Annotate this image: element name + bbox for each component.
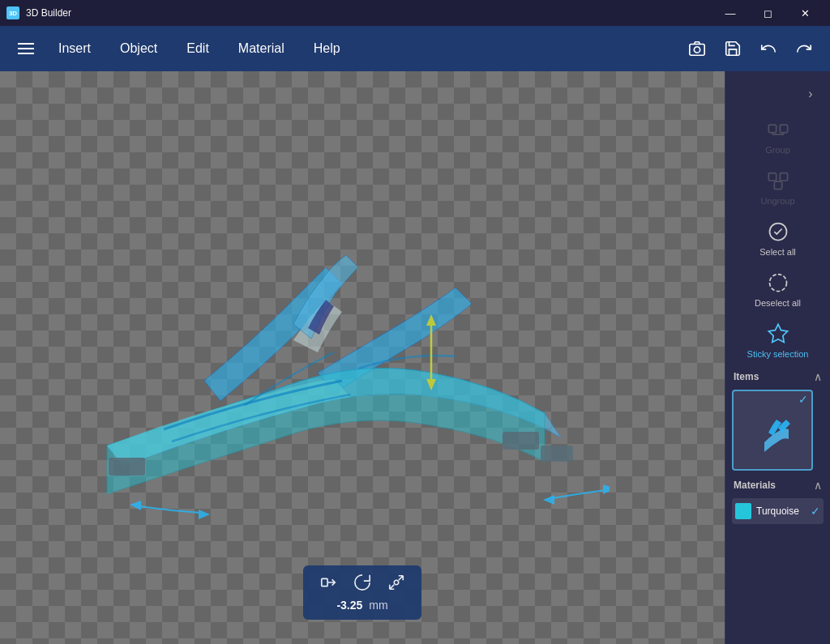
material-item-turquoise[interactable]: Turquoise ✓: [732, 498, 824, 524]
deselect-all-icon: [765, 270, 791, 296]
svg-point-1: [694, 47, 700, 53]
title-bar-left: 3D 3D Builder: [6, 6, 71, 19]
material-check-icon: ✓: [811, 505, 820, 518]
svg-rect-0: [690, 45, 704, 56]
svg-rect-20: [780, 125, 787, 132]
items-grid: ✓: [725, 386, 830, 474]
ungroup-label: Ungroup: [760, 196, 794, 206]
panel-expand-area: ›: [725, 78, 830, 110]
material-name-label: Turquoise: [756, 505, 806, 517]
svg-point-18: [394, 580, 399, 585]
materials-section-title: Materials: [734, 480, 776, 491]
hamburger-line-1: [18, 43, 34, 45]
items-section-title: Items: [734, 371, 759, 382]
material-color-swatch: [735, 503, 751, 519]
position-icon[interactable]: [319, 574, 337, 595]
dimension-value: -3.25 mm: [336, 599, 387, 612]
svg-rect-23: [774, 181, 781, 189]
menu-bar: Insert Object Edit Material Help: [0, 26, 830, 71]
main-layout: -3.25 mm › Group: [0, 71, 830, 644]
svg-rect-17: [322, 578, 327, 586]
svg-line-13: [577, 490, 605, 494]
undo-button[interactable]: [752, 32, 785, 65]
maximize-button[interactable]: ◻: [749, 0, 786, 26]
svg-marker-14: [603, 484, 610, 494]
right-panel: › Group Ungroup: [725, 71, 830, 644]
dimension-unit: mm: [369, 599, 387, 612]
title-bar: 3D 3D Builder — ◻ ✕: [0, 0, 830, 26]
svg-line-11: [172, 510, 200, 513]
svg-line-15: [553, 494, 577, 498]
group-icon: [765, 117, 791, 143]
svg-rect-4: [541, 446, 573, 462]
redo-button[interactable]: [788, 32, 820, 65]
scale-icon[interactable]: [387, 574, 405, 595]
sticky-selection-label: Sticky selection: [747, 349, 809, 359]
sticky-selection-icon: [765, 321, 791, 347]
deselect-all-label: Deselect all: [755, 298, 801, 308]
group-button[interactable]: Group: [725, 110, 830, 161]
save-button[interactable]: [717, 32, 749, 65]
ungroup-button[interactable]: Ungroup: [725, 161, 830, 212]
svg-point-25: [769, 275, 786, 292]
menu-object[interactable]: Object: [107, 35, 170, 62]
close-button[interactable]: ✕: [786, 0, 824, 26]
toolbar-icons: [319, 574, 405, 595]
materials-section-header: Materials ∧: [725, 474, 830, 495]
hamburger-line-2: [18, 48, 34, 49]
window-controls: — ◻ ✕: [712, 0, 824, 26]
bottom-toolbar: -3.25 mm: [303, 565, 421, 620]
item-check-icon: ✓: [798, 393, 808, 406]
svg-rect-22: [780, 173, 787, 181]
item-thumbnail-1[interactable]: ✓: [732, 390, 813, 471]
viewport[interactable]: -3.25 mm: [0, 71, 725, 644]
expand-panel-button[interactable]: ›: [799, 83, 822, 105]
svg-marker-16: [543, 495, 554, 505]
hamburger-line-3: [18, 53, 34, 54]
svg-marker-10: [130, 501, 141, 510]
menu-material[interactable]: Material: [225, 35, 297, 62]
group-label: Group: [765, 145, 790, 155]
svg-rect-21: [768, 173, 776, 181]
ungroup-icon: [765, 168, 791, 194]
rotate-icon[interactable]: [353, 574, 371, 595]
app-title: 3D Builder: [26, 7, 71, 19]
dimension-number: -3.25: [336, 599, 362, 612]
item-preview-svg: [744, 402, 801, 458]
hamburger-menu[interactable]: [10, 32, 42, 65]
select-all-icon: [765, 219, 791, 245]
svg-rect-3: [503, 432, 539, 450]
app-icon: 3D: [6, 6, 19, 19]
select-all-button[interactable]: Select all: [725, 212, 830, 263]
capture-button[interactable]: [681, 32, 713, 65]
3d-model-svg: [42, 186, 610, 527]
select-all-label: Select all: [759, 247, 796, 257]
svg-rect-19: [768, 125, 776, 132]
minimize-button[interactable]: —: [712, 0, 749, 26]
svg-marker-12: [199, 510, 210, 519]
items-section-header: Items ∧: [725, 365, 830, 386]
materials-list: Turquoise ✓: [725, 495, 830, 527]
menu-help[interactable]: Help: [301, 35, 353, 62]
items-chevron-icon[interactable]: ∧: [814, 370, 822, 383]
svg-line-9: [139, 506, 172, 510]
menu-insert[interactable]: Insert: [45, 35, 104, 62]
svg-rect-2: [109, 458, 145, 476]
sticky-selection-button[interactable]: Sticky selection: [725, 314, 830, 365]
3d-object: [42, 186, 610, 530]
menu-edit[interactable]: Edit: [173, 35, 222, 62]
materials-chevron-icon[interactable]: ∧: [814, 479, 822, 492]
deselect-all-button[interactable]: Deselect all: [725, 263, 830, 314]
